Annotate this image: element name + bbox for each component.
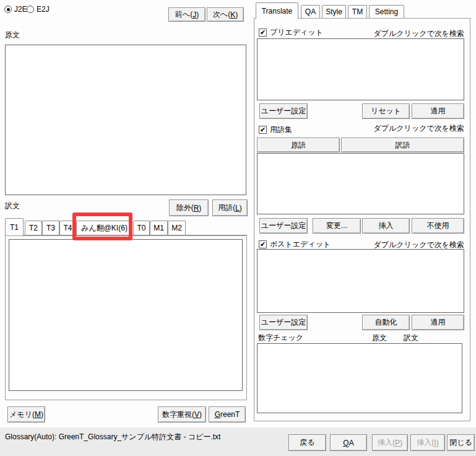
- glossary-doubleclick-hint: ダブルクリックで次を検索: [373, 123, 464, 134]
- glossary-checkbox[interactable]: ✔ 用語集: [259, 125, 292, 135]
- exclude-button[interactable]: 除外(R): [169, 200, 209, 216]
- tab-t2[interactable]: T2: [25, 221, 42, 235]
- glossary-insert-button[interactable]: 挿入: [362, 218, 410, 234]
- preedit-label: プリエディット: [270, 27, 323, 38]
- numcheck-source-label: 原文: [372, 333, 387, 343]
- source-label: 原文: [5, 30, 20, 40]
- term-button[interactable]: 用語(L): [212, 200, 248, 216]
- memory-button[interactable]: メモリ(M): [7, 406, 45, 423]
- tab-t0[interactable]: T0: [133, 221, 150, 235]
- postedit-user-settings-button[interactable]: ユーザー設定: [259, 315, 308, 330]
- numcheck-list[interactable]: [257, 343, 462, 413]
- numcheck-label: 数字チェック: [258, 333, 303, 343]
- glossary-column-target[interactable]: 訳語: [341, 138, 464, 152]
- radio-e2j-label: E2J: [37, 5, 50, 14]
- radio-e2j[interactable]: E2J: [27, 5, 50, 14]
- greent-button[interactable]: GreenT: [209, 406, 246, 423]
- tab-tm[interactable]: TM: [348, 5, 367, 18]
- glossary-column-source[interactable]: 原語: [257, 138, 340, 152]
- status-text: Glossary(Auto): GreenT_Glossary_サンプル特許文書…: [5, 432, 220, 442]
- tab-minhon-ki[interactable]: みん翻@KI(6): [76, 221, 132, 235]
- postedit-textbox[interactable]: [257, 249, 464, 313]
- next-button[interactable]: 次へ(K): [207, 7, 244, 22]
- preedit-doubleclick-hint: ダブルクリックで次を検索: [373, 28, 464, 39]
- radio-j2e-label: J2E: [14, 5, 27, 14]
- tab-qa[interactable]: QA: [301, 5, 320, 18]
- glossary-checkmark: ✔: [259, 126, 267, 134]
- insert-i-button: 挿入(I): [410, 434, 445, 451]
- prev-button[interactable]: 前へ(J): [168, 7, 206, 22]
- preedit-checkmark: ✔: [259, 28, 267, 37]
- preedit-checkbox[interactable]: ✔ プリエディット: [259, 27, 323, 38]
- digit-priority-button[interactable]: 数字重視(V): [158, 406, 206, 423]
- preedit-reset-button[interactable]: リセット: [362, 103, 410, 119]
- qa-button[interactable]: QA: [330, 434, 367, 451]
- postedit-auto-button[interactable]: 自動化: [362, 315, 410, 330]
- glossary-unused-button[interactable]: 不使用: [412, 218, 464, 234]
- postedit-apply-button[interactable]: 適用: [412, 315, 464, 330]
- numcheck-target-label: 訳文: [404, 333, 418, 343]
- tab-m2[interactable]: M2: [168, 221, 186, 235]
- tab-setting[interactable]: Setting: [369, 5, 404, 18]
- radio-e2j-circle: [27, 6, 34, 13]
- postedit-label: ポストエディット: [270, 239, 331, 250]
- tab-translate[interactable]: Translate: [256, 2, 298, 19]
- insert-p-button: 挿入(P): [372, 434, 408, 451]
- tab-t1[interactable]: T1: [5, 218, 24, 235]
- radio-j2e-circle: [4, 6, 12, 13]
- tab-m1[interactable]: M1: [150, 221, 168, 235]
- glossary-list[interactable]: [257, 153, 464, 214]
- preedit-user-settings-button[interactable]: ユーザー設定: [259, 103, 308, 119]
- target-label: 訳文: [5, 201, 20, 211]
- postedit-checkmark: ✔: [259, 240, 267, 248]
- tab-t4[interactable]: T4: [59, 221, 76, 235]
- close-button[interactable]: 閉じる: [447, 434, 475, 451]
- postedit-checkbox[interactable]: ✔ ポストエディット: [259, 239, 331, 250]
- glossary-label: 用語集: [270, 125, 292, 135]
- back-button[interactable]: 戻る: [288, 434, 326, 451]
- preedit-textbox[interactable]: [257, 38, 464, 100]
- target-textbox[interactable]: [9, 239, 243, 391]
- source-textbox[interactable]: [5, 45, 246, 195]
- tab-t3[interactable]: T3: [42, 221, 59, 235]
- radio-j2e[interactable]: J2E: [4, 5, 27, 14]
- tab-style[interactable]: Style: [322, 5, 346, 18]
- preedit-apply-button[interactable]: 適用: [412, 103, 464, 119]
- glossary-change-button[interactable]: 変更...: [313, 218, 361, 234]
- glossary-user-settings-button[interactable]: ユーザー設定: [259, 218, 308, 234]
